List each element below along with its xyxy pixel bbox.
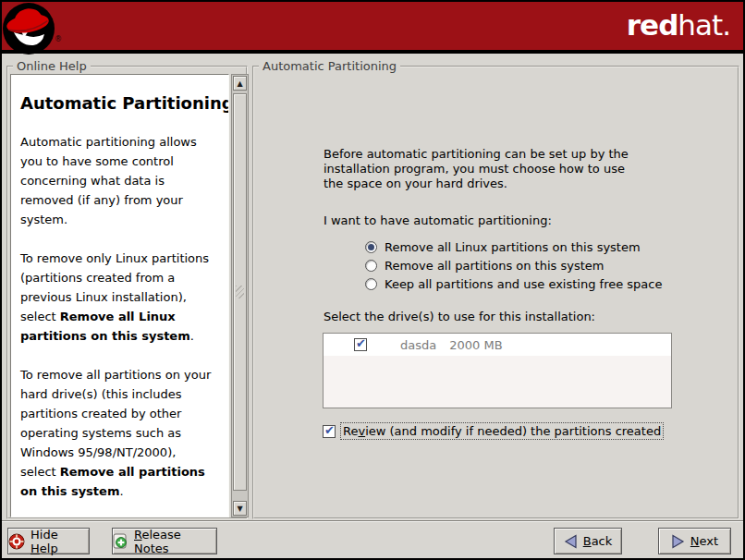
automatic-partitioning-frame-label: Automatic Partitioning xyxy=(259,59,400,73)
help-text-area: Automatic Partitioning Automatic partiti… xyxy=(10,74,229,517)
back-button[interactable]: Back xyxy=(554,528,622,554)
drive-checkbox[interactable] xyxy=(354,338,367,351)
radio-keep-all-partitions[interactable]: Keep all partitions and use existing fre… xyxy=(365,276,662,291)
radio-button-icon[interactable] xyxy=(365,241,377,253)
review-checkbox-label[interactable]: Review (and modify if needed) the partit… xyxy=(340,422,664,440)
review-checkbox[interactable] xyxy=(323,425,336,438)
drive-list[interactable]: dasda 2000 MB xyxy=(323,333,672,408)
document-plus-icon xyxy=(113,533,128,550)
drive-size: 2000 MB xyxy=(449,338,502,352)
scrollbar-grip xyxy=(236,286,244,298)
registered-trademark: ® xyxy=(55,35,62,43)
scroll-down-icon[interactable]: ▼ xyxy=(233,501,247,516)
review-partitions-option[interactable]: Review (and modify if needed) the partit… xyxy=(323,422,664,440)
drive-name: dasda xyxy=(400,338,436,352)
release-notes-label: Release Notes xyxy=(134,528,216,555)
partitioning-prompt: I want to have automatic partitioning: xyxy=(324,213,552,228)
next-label: Next xyxy=(690,534,718,548)
drives-label: Select the drive(s) to use for this inst… xyxy=(324,310,595,324)
release-notes-button[interactable]: Release Notes xyxy=(112,528,217,554)
brand-bold: red xyxy=(627,8,678,42)
drive-row-dasda[interactable]: dasda 2000 MB xyxy=(324,334,671,356)
radio-remove-linux-partitions[interactable]: Remove all Linux partitions on this syst… xyxy=(365,239,641,254)
help-paragraph-2: To remove only Linux partitions (partiti… xyxy=(20,249,219,346)
radio-button-icon[interactable] xyxy=(365,260,377,272)
hide-help-label: Hide Help xyxy=(31,528,89,555)
help-scrollbar[interactable]: ▲ ▼ xyxy=(231,74,249,517)
online-help-frame: Online Help Automatic Partitioning Autom… xyxy=(6,66,248,519)
scroll-up-icon[interactable]: ▲ xyxy=(233,76,247,91)
back-label: Back xyxy=(583,534,613,548)
help-title: Automatic Partitioning xyxy=(20,93,219,113)
help-paragraph-3: To remove all partitions on your hard dr… xyxy=(20,365,219,501)
intro-text: Before automatic partitioning can be set… xyxy=(324,147,629,191)
automatic-partitioning-frame: Automatic Partitioning Before automatic … xyxy=(252,66,739,519)
top-banner: redhat. xyxy=(2,2,743,54)
arrow-left-icon xyxy=(564,534,578,549)
brand-light: hat. xyxy=(678,8,730,42)
radio-remove-all-partitions[interactable]: Remove all partitions on this system xyxy=(365,258,604,273)
redhat-wordmark: redhat. xyxy=(627,8,730,42)
arrow-right-icon xyxy=(671,534,685,549)
life-preserver-icon xyxy=(8,533,25,550)
next-button[interactable]: Next xyxy=(658,528,731,554)
hide-help-button[interactable]: Hide Help xyxy=(7,528,90,554)
help-paragraph-1: Automatic partitioning allows you to hav… xyxy=(20,132,219,229)
radio-button-icon[interactable] xyxy=(365,278,377,290)
footer-bar: Hide Help Release Notes Back xyxy=(2,520,743,558)
installer-window: redhat. ® Online Help Automatic Partitio… xyxy=(0,0,745,560)
scrollbar-thumb[interactable] xyxy=(233,93,247,491)
redhat-shadowman-icon xyxy=(2,2,55,55)
online-help-frame-label: Online Help xyxy=(13,59,91,73)
